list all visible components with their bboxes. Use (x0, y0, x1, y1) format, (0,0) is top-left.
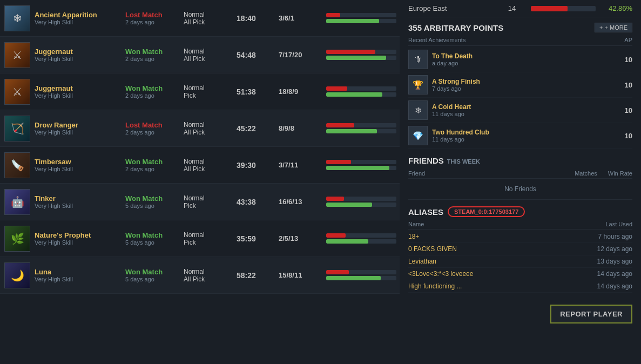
alias-row: Leviathan 13 days ago (408, 255, 632, 268)
match-row-drow[interactable]: 🏹 Drow Ranger Very High Skill Lost Match… (0, 110, 400, 147)
result-label: Won Match (125, 48, 179, 56)
achievement-name: A Cold Heart (432, 103, 471, 111)
more-button[interactable]: + + MORE (595, 23, 632, 32)
hero-info: Juggernaut Very High Skill (35, 84, 121, 99)
bar-container-top (326, 13, 396, 17)
region-bar-red (531, 6, 568, 11)
mode-line1: Normal (184, 194, 232, 202)
match-bars (326, 86, 396, 97)
alias-last-used: 14 days ago (597, 270, 632, 278)
mode-line1: Normal (184, 48, 232, 55)
report-player-button[interactable]: REPORT PLAYER (550, 305, 632, 323)
bar-fill-top (326, 197, 344, 201)
alias-row: High functioning ... 14 days ago (408, 280, 632, 293)
steam-id: STEAM_0:0:177503177 (448, 206, 525, 217)
match-kda: 3/7/11 (279, 161, 322, 169)
match-kda: 3/6/1 (279, 14, 322, 22)
bar-fill-bottom (326, 19, 379, 23)
mode-line2: All Pick (184, 275, 232, 283)
hero-name: Ancient Apparition (35, 11, 121, 19)
friends-section: FRIENDS THIS WEEK Friend Matches Win Rat… (408, 153, 632, 200)
hero-skill: Very High Skill (35, 92, 121, 99)
mode-line2: Pick (184, 239, 232, 246)
bar-container-bottom (326, 19, 396, 23)
hero-skill: Very High Skill (35, 56, 121, 62)
achievement-info: A Strong Finish 7 days ago (432, 78, 480, 92)
match-row-ancient[interactable]: ❄ Ancient Apparition Very High Skill Los… (0, 0, 400, 37)
friends-table-header: Friend Matches Win Rate (408, 168, 632, 179)
match-bars (326, 197, 396, 207)
match-type: Normal All Pick (184, 11, 232, 26)
match-type: Normal Pick (184, 84, 232, 99)
hero-name: Nature's Prophet (35, 231, 121, 239)
friends-col-friend: Friend (408, 170, 425, 177)
hero-icon: 🪚 (4, 152, 30, 178)
match-kda: 7/17/20 (279, 51, 322, 59)
bar-fill-bottom (326, 92, 382, 97)
region-matches: 14 (504, 4, 520, 12)
aliases-col-last-used: Last Used (605, 221, 632, 227)
no-friends-label: No Friends (408, 179, 632, 200)
hero-icon: ⚔ (4, 42, 30, 68)
mode-line1: Normal (184, 158, 232, 165)
match-duration: 18:40 (237, 14, 274, 23)
achievement-row: 🏆 A Strong Finish 7 days ago 10 (408, 72, 632, 98)
mode-line1: Normal (184, 268, 232, 275)
achievements-col2: AP (624, 37, 632, 43)
match-type: Normal Pick (184, 194, 232, 210)
achievement-icon: 🗡 (408, 50, 428, 69)
hero-skill: Very High Skill (35, 203, 121, 209)
match-result: Won Match 5 days ago (125, 268, 179, 282)
achievements-header: Recent Achievements AP (408, 36, 632, 46)
achievement-icon: ❄ (408, 100, 428, 120)
match-type: Normal Pick (184, 231, 232, 246)
match-row-natures[interactable]: 🌿 Nature's Prophet Very High Skill Won M… (0, 220, 400, 257)
hero-icon: 🌙 (4, 262, 30, 288)
achievement-time: a day ago (432, 60, 473, 66)
achievement-ap: 10 (611, 132, 632, 140)
achievement-row: 💎 Two Hundred Club 11 days ago 10 (408, 123, 632, 149)
match-kda: 18/8/9 (279, 87, 322, 96)
aliases-list: 18+ 7 hours ago 0 FACKS GIVEN 12 days ag… (408, 231, 632, 293)
match-row-juggernaut2[interactable]: ⚔ Juggernaut Very High Skill Won Match 2… (0, 73, 400, 110)
match-type: Normal All Pick (184, 268, 232, 283)
bar-fill-top (326, 270, 349, 274)
bar-container-top (326, 123, 396, 127)
bar-fill-bottom (326, 203, 372, 207)
hero-info: Drow Ranger Very High Skill (35, 121, 121, 136)
match-bars (326, 50, 396, 60)
mode-line1: Normal (184, 121, 232, 129)
match-duration: 54:48 (237, 51, 274, 59)
alias-last-used: 7 hours ago (598, 233, 632, 240)
match-history-panel: ❄ Ancient Apparition Very High Skill Los… (0, 0, 400, 323)
match-bars (326, 233, 396, 244)
match-result: Won Match 5 days ago (125, 231, 179, 246)
match-row-tinker[interactable]: 🤖 Tinker Very High Skill Won Match 5 day… (0, 184, 400, 220)
alias-last-used: 12 days ago (597, 245, 632, 253)
match-duration: 51:38 (237, 87, 274, 96)
match-kda: 16/6/13 (279, 198, 322, 206)
result-label: Won Match (125, 194, 179, 203)
achievement-icon: 🏆 (408, 75, 428, 95)
hero-icon: 🏹 (4, 116, 30, 141)
hero-info: Timbersaw Very High Skill (35, 158, 121, 172)
match-bars (326, 123, 396, 133)
match-row-juggernaut1[interactable]: ⚔ Juggernaut Very High Skill Won Match 2… (0, 37, 400, 73)
hero-name: Luna (35, 268, 121, 276)
result-label: Won Match (125, 268, 179, 276)
friends-subtitle: THIS WEEK (447, 158, 480, 165)
aliases-section: ALIASES STEAM_0:0:177503177 Name Last Us… (408, 204, 632, 293)
match-row-luna[interactable]: 🌙 Luna Very High Skill Won Match 5 days … (0, 257, 400, 294)
alias-last-used: 13 days ago (597, 258, 632, 265)
aliases-header: Name Last Used (408, 219, 632, 230)
match-result: Won Match 2 days ago (125, 84, 179, 99)
match-row-timbersaw[interactable]: 🪚 Timbersaw Very High Skill Won Match 2 … (0, 147, 400, 184)
achievement-time: 11 days ago (432, 111, 471, 117)
achievement-ap: 10 (611, 56, 632, 64)
bar-container-bottom (326, 92, 396, 97)
match-bars (326, 160, 396, 170)
match-result: Won Match 2 days ago (125, 158, 179, 172)
hero-skill: Very High Skill (35, 166, 121, 172)
alias-name: <3Love<3:*<3 loveeee (408, 270, 473, 278)
bar-container-bottom (326, 239, 396, 244)
